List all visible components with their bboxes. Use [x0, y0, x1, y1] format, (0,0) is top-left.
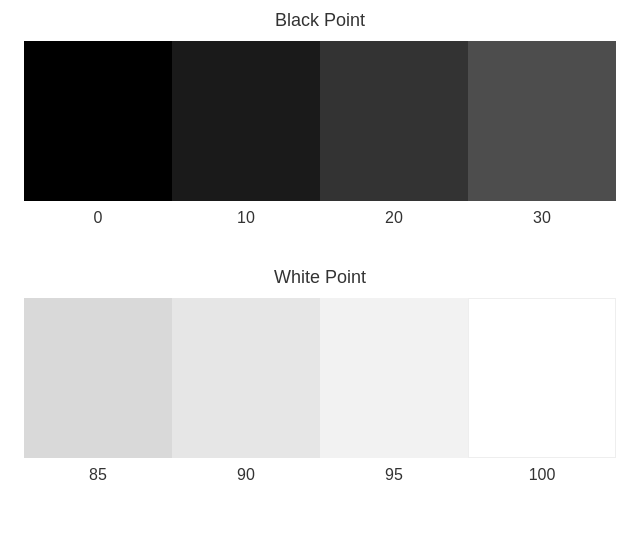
swatch-item: 85 — [24, 298, 172, 484]
swatch-label: 100 — [529, 466, 556, 484]
swatch-item: 95 — [320, 298, 468, 484]
swatch-label: 85 — [89, 466, 107, 484]
swatch-item: 10 — [172, 41, 320, 227]
color-swatch — [468, 41, 616, 201]
swatch-item: 100 — [468, 298, 616, 484]
swatch-label: 30 — [533, 209, 551, 227]
swatch-item: 20 — [320, 41, 468, 227]
color-swatch — [24, 298, 172, 458]
swatch-label: 20 — [385, 209, 403, 227]
swatch-label: 90 — [237, 466, 255, 484]
color-swatch — [24, 41, 172, 201]
swatch-label: 10 — [237, 209, 255, 227]
color-swatch — [172, 298, 320, 458]
swatch-item: 30 — [468, 41, 616, 227]
white-point-swatches: 859095100 — [24, 298, 616, 484]
black-point-title: Black Point — [275, 10, 365, 31]
color-swatch — [320, 41, 468, 201]
black-point-section: Black Point 0102030 — [0, 10, 640, 227]
white-point-title: White Point — [274, 267, 366, 288]
white-point-section: White Point 859095100 — [0, 267, 640, 484]
color-swatch — [468, 298, 616, 458]
swatch-label: 0 — [94, 209, 103, 227]
swatch-item: 0 — [24, 41, 172, 227]
black-point-swatches: 0102030 — [24, 41, 616, 227]
swatch-label: 95 — [385, 466, 403, 484]
swatch-item: 90 — [172, 298, 320, 484]
color-swatch — [320, 298, 468, 458]
color-swatch — [172, 41, 320, 201]
